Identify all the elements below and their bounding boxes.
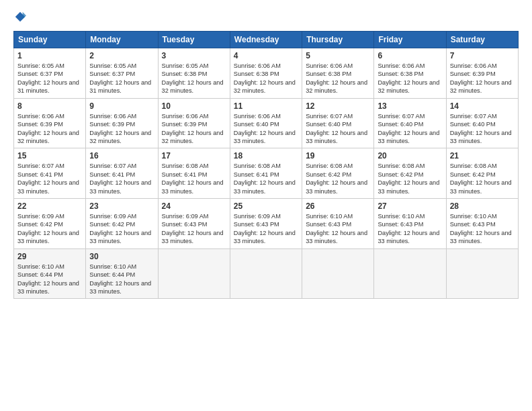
week-row-3: 15 Sunrise: 6:07 AMSunset: 6:41 PMDaylig… bbox=[14, 148, 519, 199]
day-number: 21 bbox=[450, 151, 515, 161]
cell-info: Sunrise: 6:10 AMSunset: 6:43 PMDaylight:… bbox=[450, 212, 515, 246]
cell-info: Sunrise: 6:08 AMSunset: 6:42 PMDaylight:… bbox=[378, 162, 442, 195]
cell-info: Sunrise: 6:07 AMSunset: 6:40 PMDaylight:… bbox=[450, 112, 515, 146]
day-header-wednesday: Wednesday bbox=[230, 32, 302, 48]
calendar-cell: 19 Sunrise: 6:08 AMSunset: 6:42 PMDaylig… bbox=[302, 148, 374, 199]
day-number: 17 bbox=[162, 151, 226, 161]
cell-info: Sunrise: 6:07 AMSunset: 6:41 PMDaylight:… bbox=[89, 162, 154, 195]
day-number: 14 bbox=[450, 101, 515, 111]
day-number: 3 bbox=[162, 51, 226, 60]
cell-info: Sunrise: 6:09 AMSunset: 6:43 PMDaylight:… bbox=[234, 212, 298, 246]
cell-info: Sunrise: 6:06 AMSunset: 6:38 PMDaylight:… bbox=[234, 62, 298, 95]
calendar-cell: 22 Sunrise: 6:09 AMSunset: 6:42 PMDaylig… bbox=[14, 199, 86, 249]
day-header-sunday: Sunday bbox=[14, 32, 86, 48]
calendar-cell: 17 Sunrise: 6:08 AMSunset: 6:41 PMDaylig… bbox=[158, 148, 230, 199]
day-number: 20 bbox=[378, 151, 442, 161]
day-number: 10 bbox=[162, 101, 226, 111]
calendar-cell: 11 Sunrise: 6:06 AMSunset: 6:40 PMDaylig… bbox=[230, 98, 302, 148]
calendar-cell: 9 Sunrise: 6:06 AMSunset: 6:39 PMDayligh… bbox=[86, 98, 158, 148]
calendar-cell bbox=[302, 248, 374, 299]
day-number: 11 bbox=[234, 101, 298, 111]
week-row-5: 29 Sunrise: 6:10 AMSunset: 6:44 PMDaylig… bbox=[14, 248, 519, 299]
cell-info: Sunrise: 6:06 AMSunset: 6:39 PMDaylight:… bbox=[162, 112, 226, 146]
cell-info: Sunrise: 6:06 AMSunset: 6:38 PMDaylight:… bbox=[306, 62, 370, 95]
calendar-cell bbox=[446, 248, 518, 299]
day-number: 28 bbox=[450, 201, 515, 211]
day-header-monday: Monday bbox=[86, 32, 158, 48]
logo-icon bbox=[14, 11, 26, 23]
cell-info: Sunrise: 6:06 AMSunset: 6:39 PMDaylight:… bbox=[450, 62, 515, 95]
day-number: 25 bbox=[234, 201, 298, 211]
day-number: 1 bbox=[17, 51, 82, 60]
calendar-cell: 14 Sunrise: 6:07 AMSunset: 6:40 PMDaylig… bbox=[446, 98, 518, 148]
cell-info: Sunrise: 6:06 AMSunset: 6:38 PMDaylight:… bbox=[378, 62, 442, 95]
calendar-cell bbox=[158, 248, 230, 299]
calendar-cell: 30 Sunrise: 6:10 AMSunset: 6:44 PMDaylig… bbox=[86, 248, 158, 299]
cell-info: Sunrise: 6:10 AMSunset: 6:43 PMDaylight:… bbox=[378, 212, 442, 246]
day-number: 2 bbox=[89, 51, 154, 60]
day-number: 22 bbox=[17, 201, 82, 211]
calendar-cell: 4 Sunrise: 6:06 AMSunset: 6:38 PMDayligh… bbox=[230, 48, 302, 99]
cell-info: Sunrise: 6:08 AMSunset: 6:42 PMDaylight:… bbox=[306, 162, 370, 195]
calendar-cell: 13 Sunrise: 6:07 AMSunset: 6:40 PMDaylig… bbox=[374, 98, 446, 148]
calendar-cell: 2 Sunrise: 6:05 AMSunset: 6:37 PMDayligh… bbox=[86, 48, 158, 99]
week-row-2: 8 Sunrise: 6:06 AMSunset: 6:39 PMDayligh… bbox=[14, 98, 519, 148]
cell-info: Sunrise: 6:07 AMSunset: 6:41 PMDaylight:… bbox=[17, 162, 82, 195]
calendar-table: SundayMondayTuesdayWednesdayThursdayFrid… bbox=[13, 31, 519, 299]
day-number: 27 bbox=[378, 201, 442, 211]
cell-info: Sunrise: 6:07 AMSunset: 6:40 PMDaylight:… bbox=[378, 112, 442, 146]
cell-info: Sunrise: 6:10 AMSunset: 6:44 PMDaylight:… bbox=[89, 263, 154, 296]
calendar-cell: 18 Sunrise: 6:08 AMSunset: 6:41 PMDaylig… bbox=[230, 148, 302, 199]
day-number: 16 bbox=[89, 151, 154, 161]
cell-info: Sunrise: 6:08 AMSunset: 6:41 PMDaylight:… bbox=[162, 162, 226, 195]
day-number: 23 bbox=[89, 201, 154, 211]
day-number: 24 bbox=[162, 201, 226, 211]
cell-info: Sunrise: 6:06 AMSunset: 6:40 PMDaylight:… bbox=[234, 112, 298, 146]
day-number: 26 bbox=[306, 201, 370, 211]
cell-info: Sunrise: 6:09 AMSunset: 6:43 PMDaylight:… bbox=[162, 212, 226, 246]
cell-info: Sunrise: 6:05 AMSunset: 6:37 PMDaylight:… bbox=[17, 62, 82, 95]
day-number: 4 bbox=[234, 51, 298, 60]
cell-info: Sunrise: 6:08 AMSunset: 6:41 PMDaylight:… bbox=[234, 162, 298, 195]
page: SundayMondayTuesdayWednesdayThursdayFrid… bbox=[0, 0, 532, 411]
cell-info: Sunrise: 6:06 AMSunset: 6:39 PMDaylight:… bbox=[89, 112, 154, 146]
cell-info: Sunrise: 6:05 AMSunset: 6:37 PMDaylight:… bbox=[89, 62, 154, 95]
calendar-cell: 21 Sunrise: 6:08 AMSunset: 6:42 PMDaylig… bbox=[446, 148, 518, 199]
day-number: 15 bbox=[17, 151, 82, 161]
calendar-cell: 6 Sunrise: 6:06 AMSunset: 6:38 PMDayligh… bbox=[374, 48, 446, 99]
calendar-cell: 7 Sunrise: 6:06 AMSunset: 6:39 PMDayligh… bbox=[446, 48, 518, 99]
day-header-thursday: Thursday bbox=[302, 32, 374, 48]
calendar-cell: 10 Sunrise: 6:06 AMSunset: 6:39 PMDaylig… bbox=[158, 98, 230, 148]
calendar-cell: 5 Sunrise: 6:06 AMSunset: 6:38 PMDayligh… bbox=[302, 48, 374, 99]
day-number: 12 bbox=[306, 101, 370, 111]
cell-info: Sunrise: 6:10 AMSunset: 6:44 PMDaylight:… bbox=[17, 263, 82, 296]
day-number: 6 bbox=[378, 51, 442, 60]
cell-info: Sunrise: 6:05 AMSunset: 6:38 PMDaylight:… bbox=[162, 62, 226, 95]
day-number: 30 bbox=[89, 252, 154, 261]
calendar-cell: 24 Sunrise: 6:09 AMSunset: 6:43 PMDaylig… bbox=[158, 199, 230, 249]
cell-info: Sunrise: 6:10 AMSunset: 6:43 PMDaylight:… bbox=[306, 212, 370, 246]
day-number: 18 bbox=[234, 151, 298, 161]
calendar-cell: 27 Sunrise: 6:10 AMSunset: 6:43 PMDaylig… bbox=[374, 199, 446, 249]
cell-info: Sunrise: 6:06 AMSunset: 6:39 PMDaylight:… bbox=[17, 112, 82, 146]
week-row-4: 22 Sunrise: 6:09 AMSunset: 6:42 PMDaylig… bbox=[14, 199, 519, 249]
day-header-tuesday: Tuesday bbox=[158, 32, 230, 48]
week-row-1: 1 Sunrise: 6:05 AMSunset: 6:37 PMDayligh… bbox=[14, 48, 519, 99]
calendar-cell: 8 Sunrise: 6:06 AMSunset: 6:39 PMDayligh… bbox=[14, 98, 86, 148]
svg-marker-1 bbox=[23, 12, 26, 19]
calendar-cell bbox=[374, 248, 446, 299]
days-header-row: SundayMondayTuesdayWednesdayThursdayFrid… bbox=[14, 32, 519, 48]
day-number: 13 bbox=[378, 101, 442, 111]
cell-info: Sunrise: 6:09 AMSunset: 6:42 PMDaylight:… bbox=[89, 212, 154, 246]
calendar-cell: 1 Sunrise: 6:05 AMSunset: 6:37 PMDayligh… bbox=[14, 48, 86, 99]
calendar-cell: 20 Sunrise: 6:08 AMSunset: 6:42 PMDaylig… bbox=[374, 148, 446, 199]
calendar-cell: 29 Sunrise: 6:10 AMSunset: 6:44 PMDaylig… bbox=[14, 248, 86, 299]
day-number: 8 bbox=[17, 101, 82, 111]
day-number: 19 bbox=[306, 151, 370, 161]
calendar-cell: 28 Sunrise: 6:10 AMSunset: 6:43 PMDaylig… bbox=[446, 199, 518, 249]
day-number: 7 bbox=[450, 51, 515, 60]
day-header-saturday: Saturday bbox=[446, 32, 518, 48]
day-header-friday: Friday bbox=[374, 32, 446, 48]
calendar-cell: 25 Sunrise: 6:09 AMSunset: 6:43 PMDaylig… bbox=[230, 199, 302, 249]
calendar-cell: 23 Sunrise: 6:09 AMSunset: 6:42 PMDaylig… bbox=[86, 199, 158, 249]
